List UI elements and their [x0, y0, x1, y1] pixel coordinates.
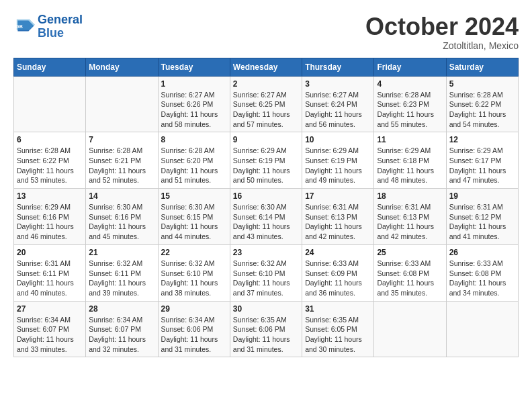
day-cell: 31 Sunrise: 6:35 AMSunset: 6:05 PMDaylig…	[302, 301, 374, 357]
header-monday: Monday	[86, 58, 158, 76]
day-cell: 1 Sunrise: 6:27 AMSunset: 6:26 PMDayligh…	[158, 76, 230, 132]
day-number: 1	[161, 79, 227, 89]
day-number: 6	[17, 135, 83, 144]
day-cell: 30 Sunrise: 6:35 AMSunset: 6:06 PMDaylig…	[230, 301, 302, 357]
day-number: 30	[233, 304, 299, 314]
day-number: 22	[161, 248, 227, 257]
day-cell	[14, 76, 86, 132]
day-number: 21	[89, 248, 154, 257]
day-number: 23	[233, 248, 299, 257]
day-cell	[446, 301, 518, 357]
day-number: 10	[305, 135, 371, 144]
day-cell: 14 Sunrise: 6:30 AMSunset: 6:16 PMDaylig…	[86, 189, 158, 245]
day-info: Sunrise: 6:27 AMSunset: 6:26 PMDaylight:…	[161, 90, 227, 130]
day-info: Sunrise: 6:28 AMSunset: 6:20 PMDaylight:…	[161, 146, 227, 185]
day-number: 31	[305, 304, 371, 314]
title-block: October 2024 Zotoltitlan, Mexico	[365, 13, 519, 51]
day-number: 28	[89, 304, 154, 314]
day-number: 15	[161, 191, 227, 201]
day-cell: 10 Sunrise: 6:29 AMSunset: 6:19 PMDaylig…	[302, 132, 374, 189]
week-row-4: 20 Sunrise: 6:31 AMSunset: 6:11 PMDaylig…	[14, 244, 519, 301]
day-cell: 16 Sunrise: 6:30 AMSunset: 6:14 PMDaylig…	[230, 189, 302, 245]
day-cell: 24 Sunrise: 6:33 AMSunset: 6:09 PMDaylig…	[302, 244, 374, 301]
day-number: 19	[449, 191, 515, 201]
day-number: 27	[17, 304, 83, 314]
day-info: Sunrise: 6:35 AMSunset: 6:06 PMDaylight:…	[233, 315, 299, 355]
day-cell: 22 Sunrise: 6:32 AMSunset: 6:10 PMDaylig…	[158, 244, 230, 301]
day-cell: 6 Sunrise: 6:28 AMSunset: 6:22 PMDayligh…	[14, 132, 86, 189]
day-info: Sunrise: 6:34 AMSunset: 6:07 PMDaylight:…	[17, 315, 83, 355]
day-number: 13	[17, 191, 83, 201]
day-info: Sunrise: 6:35 AMSunset: 6:05 PMDaylight:…	[305, 315, 371, 355]
week-row-1: 1 Sunrise: 6:27 AMSunset: 6:26 PMDayligh…	[14, 76, 519, 132]
day-info: Sunrise: 6:29 AMSunset: 6:19 PMDaylight:…	[305, 146, 371, 185]
day-cell: 15 Sunrise: 6:30 AMSunset: 6:15 PMDaylig…	[158, 189, 230, 245]
day-cell: 25 Sunrise: 6:33 AMSunset: 6:08 PMDaylig…	[374, 244, 446, 301]
page-header: GB General Blue October 2024 Zotoltitlan…	[13, 13, 519, 51]
day-number: 18	[377, 191, 443, 201]
header-wednesday: Wednesday	[230, 58, 302, 76]
day-cell: 18 Sunrise: 6:31 AMSunset: 6:13 PMDaylig…	[374, 189, 446, 245]
day-info: Sunrise: 6:29 AMSunset: 6:18 PMDaylight:…	[377, 146, 443, 185]
day-cell	[374, 301, 446, 357]
day-info: Sunrise: 6:28 AMSunset: 6:23 PMDaylight:…	[377, 90, 443, 130]
day-info: Sunrise: 6:31 AMSunset: 6:11 PMDaylight:…	[17, 259, 83, 298]
day-info: Sunrise: 6:33 AMSunset: 6:08 PMDaylight:…	[377, 259, 443, 298]
day-cell: 21 Sunrise: 6:32 AMSunset: 6:11 PMDaylig…	[86, 244, 158, 301]
calendar-header-row: SundayMondayTuesdayWednesdayThursdayFrid…	[14, 58, 519, 76]
month-title: October 2024	[365, 13, 519, 40]
day-info: Sunrise: 6:33 AMSunset: 6:09 PMDaylight:…	[305, 259, 371, 298]
day-number: 25	[377, 248, 443, 257]
day-cell: 17 Sunrise: 6:31 AMSunset: 6:13 PMDaylig…	[302, 189, 374, 245]
day-cell: 3 Sunrise: 6:27 AMSunset: 6:24 PMDayligh…	[302, 76, 374, 132]
day-number: 29	[161, 304, 227, 314]
day-cell: 20 Sunrise: 6:31 AMSunset: 6:11 PMDaylig…	[14, 244, 86, 301]
day-cell: 27 Sunrise: 6:34 AMSunset: 6:07 PMDaylig…	[14, 301, 86, 357]
day-info: Sunrise: 6:28 AMSunset: 6:22 PMDaylight:…	[449, 90, 515, 130]
day-info: Sunrise: 6:32 AMSunset: 6:11 PMDaylight:…	[89, 259, 154, 298]
day-number: 16	[233, 191, 299, 201]
day-number: 3	[305, 79, 371, 89]
day-cell: 28 Sunrise: 6:34 AMSunset: 6:07 PMDaylig…	[86, 301, 158, 357]
day-number: 24	[305, 248, 371, 257]
day-number: 2	[233, 79, 299, 89]
day-info: Sunrise: 6:28 AMSunset: 6:22 PMDaylight:…	[17, 146, 83, 185]
day-info: Sunrise: 6:33 AMSunset: 6:08 PMDaylight:…	[449, 259, 515, 298]
day-cell: 4 Sunrise: 6:28 AMSunset: 6:23 PMDayligh…	[374, 76, 446, 132]
day-cell: 8 Sunrise: 6:28 AMSunset: 6:20 PMDayligh…	[158, 132, 230, 189]
day-cell: 13 Sunrise: 6:29 AMSunset: 6:16 PMDaylig…	[14, 189, 86, 245]
day-cell: 29 Sunrise: 6:34 AMSunset: 6:06 PMDaylig…	[158, 301, 230, 357]
day-info: Sunrise: 6:31 AMSunset: 6:13 PMDaylight:…	[377, 202, 443, 242]
day-number: 20	[17, 248, 83, 257]
day-info: Sunrise: 6:32 AMSunset: 6:10 PMDaylight:…	[233, 259, 299, 298]
day-cell: 7 Sunrise: 6:28 AMSunset: 6:21 PMDayligh…	[86, 132, 158, 189]
day-info: Sunrise: 6:29 AMSunset: 6:17 PMDaylight:…	[449, 146, 515, 185]
day-number: 26	[449, 248, 515, 257]
header-friday: Friday	[374, 58, 446, 76]
day-info: Sunrise: 6:27 AMSunset: 6:25 PMDaylight:…	[233, 90, 299, 130]
day-cell: 11 Sunrise: 6:29 AMSunset: 6:18 PMDaylig…	[374, 132, 446, 189]
logo-icon: GB	[13, 16, 35, 38]
day-cell: 26 Sunrise: 6:33 AMSunset: 6:08 PMDaylig…	[446, 244, 518, 301]
location-subtitle: Zotoltitlan, Mexico	[365, 40, 519, 51]
header-sunday: Sunday	[14, 58, 86, 76]
day-number: 8	[161, 135, 227, 144]
logo-text: General Blue	[38, 13, 83, 40]
day-info: Sunrise: 6:31 AMSunset: 6:12 PMDaylight:…	[449, 202, 515, 242]
day-cell: 12 Sunrise: 6:29 AMSunset: 6:17 PMDaylig…	[446, 132, 518, 189]
week-row-3: 13 Sunrise: 6:29 AMSunset: 6:16 PMDaylig…	[14, 189, 519, 245]
day-cell: 23 Sunrise: 6:32 AMSunset: 6:10 PMDaylig…	[230, 244, 302, 301]
day-number: 12	[449, 135, 515, 144]
header-thursday: Thursday	[302, 58, 374, 76]
day-info: Sunrise: 6:30 AMSunset: 6:16 PMDaylight:…	[89, 202, 154, 242]
day-number: 11	[377, 135, 443, 144]
day-cell: 19 Sunrise: 6:31 AMSunset: 6:12 PMDaylig…	[446, 189, 518, 245]
logo: GB General Blue	[13, 13, 83, 40]
day-info: Sunrise: 6:29 AMSunset: 6:19 PMDaylight:…	[233, 146, 299, 185]
day-number: 4	[377, 79, 443, 89]
day-info: Sunrise: 6:34 AMSunset: 6:06 PMDaylight:…	[161, 315, 227, 355]
header-saturday: Saturday	[446, 58, 518, 76]
day-info: Sunrise: 6:29 AMSunset: 6:16 PMDaylight:…	[17, 202, 83, 242]
day-info: Sunrise: 6:32 AMSunset: 6:10 PMDaylight:…	[161, 259, 227, 298]
week-row-2: 6 Sunrise: 6:28 AMSunset: 6:22 PMDayligh…	[14, 132, 519, 189]
